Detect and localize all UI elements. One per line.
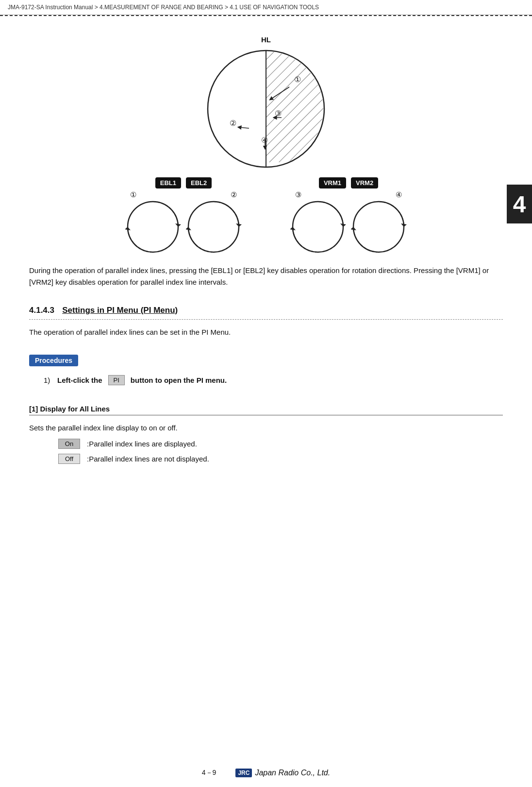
body-text: During the operation of parallel index l…: [29, 265, 503, 288]
svg-text:③: ③: [275, 109, 282, 118]
on-description: :Parallel index lines are displayed.: [87, 440, 197, 448]
step-1-number: 1): [44, 376, 53, 384]
section-title: Settings in PI Menu (PI Menu): [62, 306, 178, 315]
ebl2-button-label: EBL2: [186, 177, 212, 188]
procedures-badge-container: Procedures: [29, 348, 503, 371]
chapter-tab: 4: [507, 185, 532, 223]
vrm2-button-label: VRM2: [351, 177, 378, 188]
hl-label: HL: [203, 35, 329, 44]
subsection: [1] Display for All Lines Sets the paral…: [29, 405, 503, 464]
knobs-area: EBL1 EBL2 ① ②: [96, 177, 436, 255]
company-name: Japan Radio Co., Ltd.: [255, 769, 330, 777]
main-diagram-svg: ① ③ ② ④: [203, 46, 329, 172]
knob-num-1: ①: [130, 190, 136, 199]
right-knob-3: [290, 199, 346, 255]
svg-text:②: ②: [230, 119, 236, 127]
option-off-row: Off :Parallel index lines are not displa…: [58, 454, 503, 464]
header-breadcrumb: JMA-9172-SA Instruction Manual > 4.MEASU…: [0, 0, 532, 15]
section-heading: 4.1.4.3 Settings in PI Menu (PI Menu): [29, 306, 503, 315]
left-knob-1: [125, 199, 181, 255]
jrc-label: JRC: [235, 769, 252, 777]
svg-marker-3: [266, 51, 324, 162]
main-content: HL ①: [0, 16, 532, 487]
sub-section-header: [1] Display for All Lines: [29, 405, 503, 415]
diagram-area: HL ①: [29, 35, 503, 255]
left-knob-group: EBL1 EBL2 ① ②: [116, 177, 251, 255]
footer: 4－9 JRC Japan Radio Co., Ltd.: [0, 769, 532, 777]
right-knob-group: VRM1 VRM2 ③ ④: [281, 177, 416, 255]
step-1: 1) Left-click the PI button to open the …: [44, 375, 503, 385]
svg-text:①: ①: [294, 75, 301, 84]
section-dashed-line: [29, 319, 503, 320]
procedures-badge: Procedures: [29, 355, 78, 366]
knob-num-3: ③: [295, 190, 301, 199]
ebl1-button-label: EBL1: [155, 177, 181, 188]
knob-num-2: ②: [231, 190, 237, 199]
step-1-rest-text: button to open the PI menu.: [131, 376, 227, 384]
pi-button[interactable]: PI: [108, 375, 125, 385]
svg-text:④: ④: [261, 136, 268, 144]
left-knob-2: [186, 199, 242, 255]
on-button[interactable]: On: [58, 439, 80, 449]
step-1-bold-text: Left-click the: [57, 376, 102, 384]
knob-num-4: ④: [396, 190, 402, 199]
section-number: 4.1.4.3: [29, 306, 54, 315]
subsection-title: [1] Display for All Lines: [29, 405, 110, 413]
footer-logo: JRC Japan Radio Co., Ltd.: [235, 769, 330, 777]
option-on-row: On :Parallel index lines are displayed.: [58, 439, 503, 449]
intro-text: The operation of parallel index lines ca…: [29, 326, 503, 338]
right-knob-4: [351, 199, 407, 255]
subsection-body: Sets the parallel index line display to …: [29, 422, 503, 434]
off-button[interactable]: Off: [58, 454, 80, 464]
vrm1-button-label: VRM1: [319, 177, 346, 188]
page-number: 4－9: [202, 769, 216, 777]
off-description: :Parallel index lines are not displayed.: [87, 455, 209, 463]
